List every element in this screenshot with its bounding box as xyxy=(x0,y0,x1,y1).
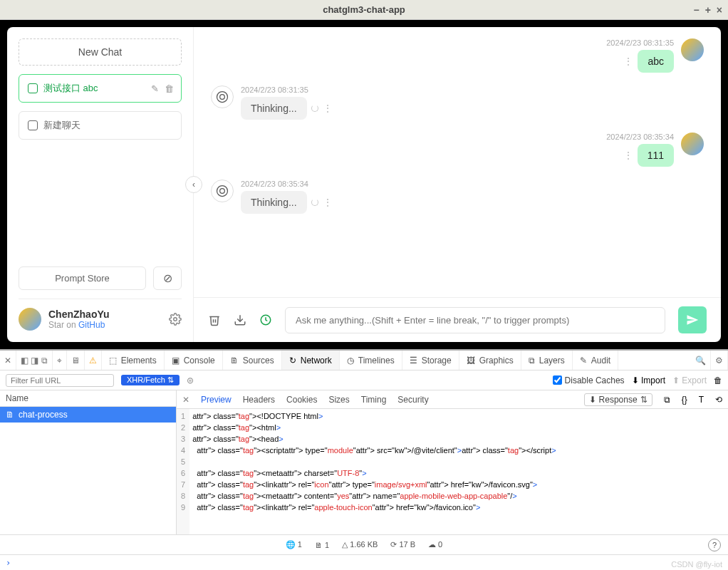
message-time: 2024/2/23 08:31:35 xyxy=(241,86,333,94)
bot-avatar xyxy=(211,180,234,202)
graphics-tab[interactable]: 🖼 Graphics xyxy=(459,351,521,370)
response-time: ⟳ 17 B xyxy=(390,540,415,549)
braces-icon[interactable]: {} xyxy=(682,395,687,405)
chat-icon xyxy=(28,83,38,93)
filter-url-input[interactable] xyxy=(6,374,114,387)
security-tab[interactable]: Security xyxy=(397,395,428,405)
layers-tab[interactable]: ⧉ Layers xyxy=(521,351,573,370)
message-menu-icon[interactable]: ⋮ xyxy=(623,150,633,161)
close-devtools-icon[interactable]: ✕ xyxy=(0,351,16,370)
avatar xyxy=(681,133,704,155)
close-icon[interactable]: × xyxy=(717,4,722,16)
sizes-tab[interactable]: Sizes xyxy=(328,395,349,405)
message-time: 2024/2/23 08:31:35 xyxy=(606,38,674,47)
docs-count: 🗎 1 xyxy=(315,541,329,549)
message-menu-icon[interactable]: ⋮ xyxy=(623,56,633,67)
clear-button[interactable]: ⊘ xyxy=(153,266,182,290)
sidebar-item-active[interactable]: 测试接口 abc ✎ 🗑 xyxy=(19,74,182,103)
elements-tab[interactable]: ⬚ Elements xyxy=(102,351,165,370)
messages: 2024/2/23 08:31:35 ⋮abc 2024/2/23 08:31:… xyxy=(194,27,721,297)
trash-icon[interactable]: 🗑 xyxy=(714,375,722,385)
devtools: ✕ ◧ ◨ ⧉ ⌖ 🖥 ⚠ ⬚ Elements ▣ Console 🗎 Sou… xyxy=(0,349,728,570)
group-icon[interactable]: ⊜ xyxy=(187,375,194,385)
chat-icon xyxy=(28,120,38,130)
svg-point-0 xyxy=(174,318,177,321)
watermark: CSDN @fly-iot xyxy=(671,560,722,569)
settings-icon[interactable]: ⚙ xyxy=(711,351,728,370)
import-button[interactable]: ⬇ Import xyxy=(632,375,665,385)
avatar xyxy=(681,38,704,61)
close-preview-icon[interactable]: ✕ xyxy=(182,395,189,405)
send-button[interactable] xyxy=(678,306,707,333)
svg-point-1 xyxy=(217,92,228,103)
target-icon[interactable]: ⌖ xyxy=(53,351,67,370)
search-icon[interactable]: 🔍 xyxy=(691,351,711,370)
user-name: ChenZhaoYu xyxy=(48,309,162,320)
history-icon[interactable] xyxy=(259,314,272,326)
message-menu-icon[interactable]: ⋮ xyxy=(323,197,333,208)
network-tab[interactable]: ↻ Network xyxy=(282,351,340,370)
chat-item-label: 测试接口 abc xyxy=(43,82,98,95)
sidebar-item[interactable]: 新建聊天 xyxy=(19,111,182,140)
message-input[interactable] xyxy=(285,307,665,333)
avatar xyxy=(19,308,41,331)
download-icon[interactable] xyxy=(234,314,246,326)
xhr-filter-pill[interactable]: XHR/Fetch ⇅ xyxy=(121,375,180,385)
edit-icon[interactable]: ✎ xyxy=(151,83,159,94)
name-column-header[interactable]: Name xyxy=(0,390,176,407)
sources-tab[interactable]: 🗎 Sources xyxy=(223,351,282,370)
github-link[interactable]: GitHub xyxy=(78,320,105,330)
timelines-tab[interactable]: ◷ Timelines xyxy=(340,351,402,370)
gear-icon[interactable] xyxy=(169,313,182,326)
chat-main: 2024/2/23 08:31:35 ⋮abc 2024/2/23 08:31:… xyxy=(194,27,721,342)
preview-tab[interactable]: Preview xyxy=(201,395,232,405)
headers-tab[interactable]: Headers xyxy=(243,395,275,405)
help-icon[interactable]: ? xyxy=(708,539,721,551)
disable-caches-checkbox[interactable]: Disable Caches xyxy=(553,375,625,385)
message-bubble: 111 xyxy=(638,144,674,167)
message-bot: 2024/2/23 08:31:35 Thinking...⋮ xyxy=(211,86,704,120)
window-title: chatglm3-chat-app xyxy=(323,4,405,15)
message-bubble: Thinking... xyxy=(241,191,307,214)
dock-layout-icon[interactable]: ◧ ◨ ⧉ xyxy=(16,351,53,370)
minimize-icon[interactable]: − xyxy=(693,4,699,16)
timing-tab[interactable]: Timing xyxy=(361,395,387,405)
bot-avatar xyxy=(211,86,234,108)
delete-icon[interactable]: 🗑 xyxy=(165,83,174,94)
message-bubble: abc xyxy=(638,50,674,73)
message-time: 2024/2/23 08:35:34 xyxy=(241,180,333,188)
error-count: ☁ 0 xyxy=(428,540,442,549)
wrap-icon[interactable]: ⟲ xyxy=(715,395,722,405)
sidebar: New Chat 测试接口 abc ✎ 🗑 新建聊天 Prompt Store xyxy=(7,27,194,342)
response-preview: 123456789 attr"> class="tag"><!DOCTYPE h… xyxy=(177,409,728,534)
text-icon[interactable]: T xyxy=(699,395,704,405)
svg-point-3 xyxy=(217,186,228,197)
message-bot: 2024/2/23 08:35:34 Thinking...⋮ xyxy=(211,180,704,214)
message-user: 2024/2/23 08:35:34 ⋮111 xyxy=(211,133,704,167)
console-prompt[interactable]: › xyxy=(0,554,728,570)
spinner-icon xyxy=(311,199,318,206)
message-user: 2024/2/23 08:31:35 ⋮abc xyxy=(211,38,704,73)
message-time: 2024/2/23 08:35:34 xyxy=(606,133,674,141)
devtools-toolbar: ✕ ◧ ◨ ⧉ ⌖ 🖥 ⚠ ⬚ Elements ▣ Console 🗎 Sou… xyxy=(0,351,728,370)
collapse-sidebar-button[interactable]: ‹ xyxy=(185,176,202,193)
user-sub: Star on GitHub xyxy=(48,320,162,330)
devtools-status-bar: 🌐 1 🗎 1 △ 1.66 KB ⟳ 17 B ☁ 0 ? xyxy=(0,534,728,554)
export-button[interactable]: ⬆ Export xyxy=(672,375,707,385)
warning-icon[interactable]: ⚠ xyxy=(85,351,102,370)
transfer-size: △ 1.66 KB xyxy=(342,540,378,549)
request-row[interactable]: 🗎 chat-process xyxy=(0,407,176,423)
cookies-tab[interactable]: Cookies xyxy=(286,395,317,405)
message-menu-icon[interactable]: ⋮ xyxy=(323,103,333,114)
trash-icon[interactable] xyxy=(208,314,221,326)
device-icon[interactable]: 🖥 xyxy=(67,351,85,370)
audit-tab[interactable]: ✎ Audit xyxy=(573,351,618,370)
response-selector[interactable]: ⬇ Response ⇅ xyxy=(584,393,652,406)
prompt-store-button[interactable]: Prompt Store xyxy=(19,266,146,290)
copy-icon[interactable]: ⧉ xyxy=(664,395,670,405)
titlebar: chatglm3-chat-app − + × xyxy=(0,0,728,20)
maximize-icon[interactable]: + xyxy=(705,4,711,16)
console-tab[interactable]: ▣ Console xyxy=(165,351,223,370)
storage-tab[interactable]: ☰ Storage xyxy=(402,351,459,370)
new-chat-button[interactable]: New Chat xyxy=(19,38,182,66)
